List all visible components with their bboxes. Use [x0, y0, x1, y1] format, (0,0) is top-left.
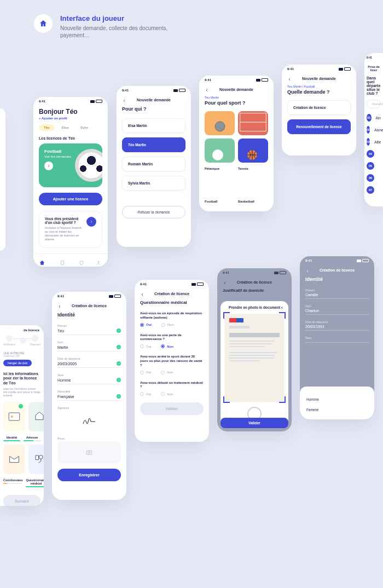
- validate-button[interactable]: Valider: [220, 418, 288, 428]
- back-icon[interactable]: [57, 304, 62, 309]
- stepper: Vérification Paiement: [0, 335, 44, 346]
- photo-upload[interactable]: [57, 441, 121, 463]
- svg-point-13: [88, 452, 90, 454]
- screen-title: Nouvelle demande: [282, 73, 356, 85]
- q1-oui[interactable]: Oui: [140, 323, 152, 327]
- search-input[interactable]: Rechercher: [367, 100, 381, 108]
- document-preview: [225, 314, 284, 401]
- dep-02[interactable]: 02Aisne: [367, 126, 381, 134]
- back-icon[interactable]: [287, 77, 292, 82]
- nom-field[interactable]: Charton: [305, 309, 369, 315]
- gender-homme[interactable]: Homme: [306, 394, 368, 405]
- bottom-nav: Accueil Documents Club Compte: [33, 253, 108, 267]
- svg-point-9: [11, 416, 13, 418]
- back-icon[interactable]: [140, 292, 144, 297]
- sport-football[interactable]: [205, 139, 235, 163]
- add-licence-button[interactable]: Ajouter une licence: [39, 193, 102, 205]
- gender-femme[interactable]: Femme: [306, 405, 368, 415]
- president-card[interactable]: Vous êtes président d'un club sportif ? …: [39, 211, 102, 248]
- screen-questionnaire: 9:41 Création de licence Questionnaire m…: [135, 280, 209, 442]
- dep-01[interactable]: 01Ain: [367, 114, 381, 122]
- change-club-button[interactable]: hanger de club: [3, 360, 32, 366]
- q2-non[interactable]: Non: [161, 344, 173, 348]
- next-button[interactable]: Suivant: [3, 495, 40, 506]
- svg-point-10: [39, 455, 43, 459]
- q3-non[interactable]: Non: [161, 371, 173, 374]
- q2-oui[interactable]: Oui: [140, 344, 151, 348]
- back-icon[interactable]: [122, 99, 126, 103]
- screen-title: Création de licence: [52, 301, 126, 312]
- prenom-field[interactable]: Camille: [305, 293, 369, 299]
- back-icon[interactable]: [223, 281, 227, 285]
- person-teo[interactable]: Téo Martin: [122, 137, 185, 152]
- sport-basketball[interactable]: [238, 139, 268, 163]
- screen-title: Création de licence: [135, 289, 209, 300]
- person-sylvia[interactable]: Sylvia Martin: [122, 176, 185, 191]
- screen-title: de licence: [0, 325, 44, 335]
- page-header: Interface du joueur Nouvelle demande, co…: [34, 14, 181, 39]
- status-bar: 9:41: [52, 292, 126, 301]
- dep-06[interactable]: 06: [367, 174, 381, 182]
- question: Pour quel sport ?: [205, 100, 268, 106]
- save-button[interactable]: Enregistrer: [57, 469, 121, 481]
- refuse-button[interactable]: Refuser la demande: [122, 206, 185, 218]
- back-icon[interactable]: [205, 88, 209, 93]
- gender-sheet: Homme Femme: [300, 387, 374, 419]
- question: Quelle demande ?: [287, 89, 351, 95]
- nat-field[interactable]: Française: [57, 394, 121, 401]
- prenom-field[interactable]: Téo: [57, 328, 121, 335]
- dob-field[interactable]: 20/03/2005: [57, 361, 121, 368]
- screen-title: Nouvelle demande: [117, 95, 191, 106]
- nav-club[interactable]: Club: [79, 260, 84, 267]
- svg-rect-11: [36, 456, 39, 460]
- sexe-field[interactable]: Homme: [57, 378, 121, 384]
- card-identite[interactable]: [3, 402, 25, 431]
- status-bar: 9:41: [300, 256, 374, 265]
- header-title: Interface du joueur: [60, 14, 181, 22]
- card-coordonnees[interactable]: [3, 445, 25, 474]
- question: Pour qui ?: [122, 106, 185, 112]
- dep-03[interactable]: 03Allie: [367, 138, 381, 146]
- status-bar: 9:41: [364, 53, 383, 62]
- q4-non[interactable]: Non: [161, 392, 173, 396]
- dob-field[interactable]: 20/03/1991: [305, 325, 369, 331]
- sport-tennis[interactable]: [238, 111, 268, 135]
- back-icon[interactable]: [305, 269, 310, 273]
- q3-oui[interactable]: Oui: [140, 371, 151, 374]
- creation-licence[interactable]: Création de licence: [287, 100, 351, 115]
- status-bar: 9:41: [33, 97, 108, 106]
- screen-home: 9:41 Bonjour Téo + Ajouter un profil Téo…: [33, 97, 108, 267]
- nav-home[interactable]: Accueil: [38, 260, 47, 267]
- check-icon: [117, 328, 121, 333]
- nom-field[interactable]: Martin: [57, 345, 121, 351]
- renouvellement-licence[interactable]: Renouvellement de licence: [287, 119, 351, 134]
- add-profile-link[interactable]: + Ajouter un profil: [39, 117, 102, 120]
- nav-account[interactable]: Compte: [94, 260, 103, 267]
- licence-card-football[interactable]: Football Voir les demandes: [39, 143, 102, 187]
- tab-teo[interactable]: Téo: [39, 124, 55, 131]
- tab-sylvi[interactable]: Sylvi: [76, 124, 93, 131]
- dep-04[interactable]: 04: [367, 150, 381, 158]
- close-icon[interactable]: [280, 305, 284, 310]
- svg-rect-0: [61, 261, 64, 264]
- q4-oui[interactable]: Oui: [140, 392, 151, 396]
- person-elsa[interactable]: Elsa Martin: [122, 118, 185, 133]
- sexe-field[interactable]: [305, 341, 369, 343]
- q1-non[interactable]: Non: [161, 323, 173, 327]
- person-romain[interactable]: Romain Martin: [122, 157, 185, 171]
- arrow-icon: [86, 217, 96, 227]
- validate-button[interactable]: Valider: [140, 402, 204, 415]
- card-adresse[interactable]: 4/7: [28, 402, 44, 431]
- card-medical[interactable]: [28, 445, 44, 474]
- heading: Questionnaire médical: [140, 300, 204, 305]
- status-bar: 9:41: [217, 268, 292, 277]
- headline: ici les informations pour éer la licence…: [3, 372, 40, 385]
- dep-07[interactable]: 07: [367, 186, 381, 194]
- nav-documents[interactable]: Documents: [56, 260, 69, 267]
- dep-05[interactable]: 05: [367, 162, 381, 170]
- subheading: Justificatif de domicile: [217, 289, 292, 292]
- screen-title: Prise de licen: [364, 62, 383, 76]
- signature-field[interactable]: [57, 411, 121, 431]
- sport-petanque[interactable]: [205, 111, 235, 135]
- tab-elsa[interactable]: Elsa: [57, 124, 73, 131]
